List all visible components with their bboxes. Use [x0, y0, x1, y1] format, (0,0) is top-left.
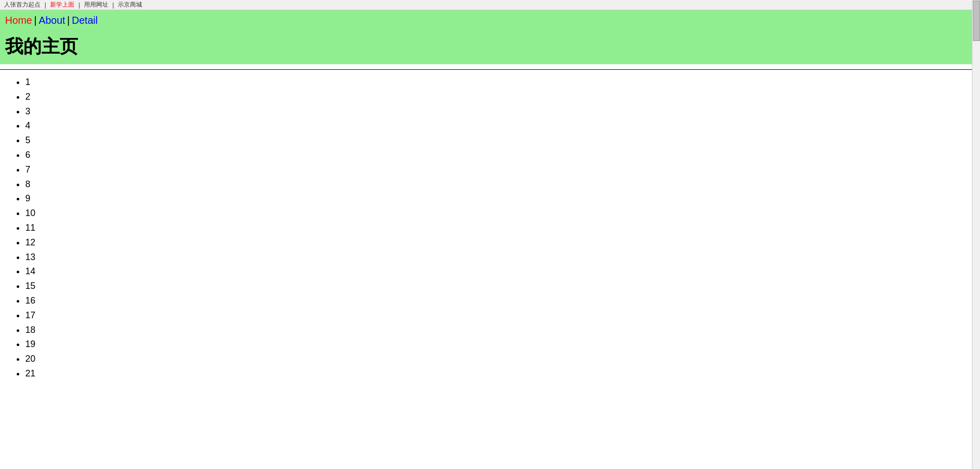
- list-item: 5: [25, 133, 975, 148]
- list-item: 13: [25, 250, 975, 265]
- list-item: 6: [25, 148, 975, 162]
- list-item: 19: [25, 337, 975, 352]
- list-item: 4: [25, 118, 975, 133]
- toolbar-item2: 新学上面: [50, 1, 74, 9]
- main-content: 123456789101112131415161718192021: [0, 75, 980, 381]
- list-item: 14: [25, 264, 975, 279]
- list-item: 3: [25, 104, 975, 119]
- divider: [0, 69, 980, 70]
- toolbar-sep2: |: [78, 2, 80, 9]
- toolbar-item3: 用用网址: [84, 1, 108, 9]
- page-title: 我的主页: [0, 30, 980, 64]
- list-item: 17: [25, 308, 975, 323]
- nav-sep2: |: [67, 15, 70, 26]
- list-item: 10: [25, 206, 975, 221]
- toolbar-sep3: |: [112, 2, 114, 9]
- scrollbar-thumb[interactable]: [973, 1, 980, 41]
- list-item: 1: [25, 75, 975, 90]
- list-item: 18: [25, 323, 975, 337]
- list-item: 16: [25, 293, 975, 308]
- nav-bar: Home | About | Detail: [0, 10, 980, 30]
- nav-about-link[interactable]: About: [39, 15, 65, 26]
- toolbar-sep1: |: [44, 2, 46, 9]
- nav-home-link[interactable]: Home: [5, 15, 32, 26]
- list-item: 2: [25, 90, 975, 104]
- scrollbar[interactable]: [972, 0, 980, 381]
- list-item: 15: [25, 279, 975, 293]
- items-list: 123456789101112131415161718192021: [5, 75, 975, 381]
- nav-sep1: |: [34, 15, 36, 26]
- toolbar-item4: 示京商城: [118, 1, 142, 9]
- nav-detail-link[interactable]: Detail: [72, 15, 98, 26]
- toolbar-items: 人张首力起点: [4, 1, 40, 9]
- list-item: 9: [25, 191, 975, 206]
- list-item: 12: [25, 235, 975, 250]
- list-item: 7: [25, 162, 975, 177]
- browser-toolbar: 人张首力起点 | 新学上面 | 用用网址 | 示京商城: [0, 0, 980, 10]
- list-item: 21: [25, 366, 975, 381]
- list-item: 8: [25, 177, 975, 192]
- list-item: 11: [25, 221, 975, 235]
- list-item: 20: [25, 352, 975, 366]
